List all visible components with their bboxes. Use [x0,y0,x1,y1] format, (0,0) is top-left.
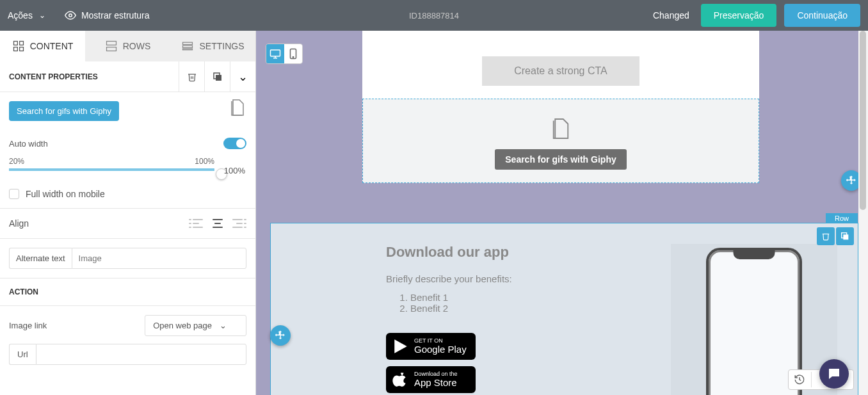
delete-row-button[interactable] [817,227,835,245]
svg-point-14 [293,57,294,58]
alt-text-input[interactable] [72,248,246,269]
svg-rect-8 [183,45,193,47]
duplicate-content-button[interactable] [204,61,230,92]
giphy-search-button[interactable]: Search for gifs with Giphy [495,149,626,170]
sidebar: CONTENT ROWS SETTINGS CONTENT PROPERTIES [0,31,256,395]
duplicate-icon [840,231,850,241]
apple-icon [392,371,409,388]
svg-rect-1 [13,42,17,45]
move-icon [846,175,857,186]
align-right-button[interactable] [232,218,246,229]
auto-width-label: Auto width [9,139,48,149]
collapse-properties-button[interactable]: ⌄ [230,61,255,92]
svg-rect-2 [19,42,23,45]
desktop-icon [269,49,281,59]
document-icon [229,99,246,117]
align-label: Align [9,218,29,229]
benefits-description: Briefly describe your benefits: [386,273,645,284]
full-width-mobile-checkbox[interactable] [9,189,19,199]
google-play-button[interactable]: GET IT ONGoogle Play [386,333,476,360]
svg-rect-10 [216,75,221,81]
actions-menu[interactable]: Ações ⌄ [8,10,45,20]
cta-button[interactable]: Create a strong CTA [482,56,639,86]
svg-rect-15 [843,234,848,239]
image-link-label: Image link [9,321,47,330]
tab-rows[interactable]: ROWS [85,31,170,61]
download-heading: Download our app [386,244,645,261]
width-slider[interactable]: 20% 100% 100% [0,157,255,180]
view-switcher [266,44,303,64]
history-icon [794,374,805,385]
auto-width-toggle[interactable] [223,138,246,149]
trash-icon [821,231,830,241]
full-width-mobile-label: Full width on mobile [26,189,105,199]
top-bar: Ações ⌄ Mostrar estrutura ID188887814 Ch… [0,0,868,31]
svg-rect-7 [183,42,193,44]
chat-icon [826,366,842,382]
trash-icon [187,71,197,83]
align-center-button[interactable] [211,218,225,229]
search-giphy-button[interactable]: Search for gifs with Giphy [9,101,119,121]
show-structure-toggle[interactable]: Mostrar estrutura [65,10,150,21]
mobile-icon [289,48,297,60]
delete-content-button[interactable] [179,61,204,92]
vertical-scrollbar[interactable] [858,31,868,395]
svg-rect-5 [106,42,116,45]
history-button[interactable] [792,372,807,387]
duplicate-icon [212,71,223,83]
action-header: ACTION [0,278,255,306]
grid-icon [12,40,25,52]
play-icon [392,338,409,355]
properties-title: CONTENT PROPERTIES [0,72,179,81]
duplicate-row-button[interactable] [836,227,854,245]
benefit-item: Benefit 2 [410,303,645,314]
alt-text-label: Alternate text [9,248,72,269]
status-badge: Changed [653,10,689,20]
app-store-button[interactable]: Download on theApp Store [386,366,476,393]
chevron-down-icon: ⌄ [238,70,248,84]
document-id: ID188887814 [409,11,459,20]
move-icon [275,330,286,341]
benefit-item: Benefit 1 [410,292,645,303]
move-handle[interactable] [270,325,291,346]
actions-label: Ações [8,10,33,20]
chevron-down-icon: ⌄ [220,321,227,330]
eye-icon [65,10,76,21]
image-link-select[interactable]: Open web page ⌄ [145,315,246,336]
continue-button[interactable]: Continuação [784,4,860,27]
url-input[interactable] [36,344,246,365]
chevron-down-icon: ⌄ [39,11,45,20]
align-left-button[interactable] [189,218,203,229]
svg-rect-3 [13,47,17,51]
row-tag: Row [826,213,858,223]
rows-icon [105,40,118,52]
desktop-view-button[interactable] [266,44,284,63]
svg-rect-9 [183,49,193,50]
canvas: Create a strong CTA Search for gifs with… [256,31,868,395]
show-structure-label: Mostrar estrutura [81,10,150,20]
svg-point-0 [69,14,72,17]
tab-settings[interactable]: SETTINGS [170,31,255,61]
svg-rect-12 [271,50,280,56]
row-block[interactable]: Row Download our app Briefly describe yo… [270,223,858,395]
email-preview: Create a strong CTA Search for gifs with… [362,31,759,183]
svg-rect-4 [19,47,23,51]
giphy-placeholder-block[interactable]: Search for gifs with Giphy [362,99,759,183]
intercom-launcher[interactable] [819,359,849,389]
document-icon [551,117,570,140]
mobile-view-button[interactable] [284,44,302,63]
settings-icon [181,40,194,52]
url-label: Url [9,344,36,365]
preserve-button[interactable]: Preservação [701,4,777,27]
svg-rect-6 [106,47,116,51]
tab-content[interactable]: CONTENT [0,31,85,61]
